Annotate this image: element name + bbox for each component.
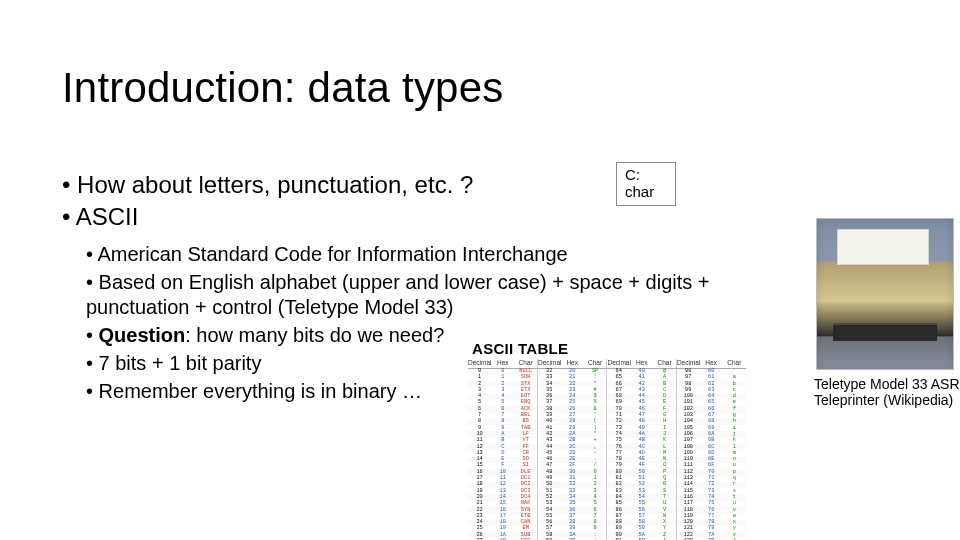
ascii-th: Char [584, 359, 607, 368]
ascii-th: Hex [561, 359, 584, 368]
ascii-table-figure: ASCII TABLE DecimalHexCharDecimalHexChar… [468, 340, 748, 540]
ascii-th: Decimal [468, 359, 491, 368]
c-box-line1: C: [625, 166, 669, 183]
emphasis: Question [99, 324, 186, 346]
ascii-th: Char [723, 359, 746, 368]
teletype-photo [816, 218, 954, 370]
bullet-l2: Based on English alphabet (upper and low… [86, 270, 802, 320]
ascii-th: Hex [700, 359, 723, 368]
bullet-l1: How about letters, punctuation, etc. ? [62, 170, 802, 200]
ascii-th: Char [653, 359, 676, 368]
ascii-table: DecimalHexCharDecimalHexCharDecimalHexCh… [468, 359, 746, 540]
caption-line: Teletype Model 33 ASR [814, 376, 960, 392]
ascii-table-title: ASCII TABLE [472, 340, 748, 357]
c-box-line2: char [625, 183, 669, 200]
slide-title: Introduction: data types [62, 64, 503, 112]
ascii-th: Hex [630, 359, 653, 368]
ascii-th: Char [514, 359, 537, 368]
bullet-l2-rest: : how many bits do we need? [185, 324, 444, 346]
slide: Introduction: data types How about lette… [0, 0, 960, 540]
teletype-figure: Teletype Model 33 ASR Teleprinter (Wikip… [810, 218, 960, 408]
caption-line: Teleprinter (Wikipedia) [814, 392, 960, 408]
ascii-row: 00NULL3220SP6440@9660` [468, 368, 746, 375]
bullet-l2: American Standard Code for Information I… [86, 242, 802, 267]
ascii-th: Hex [491, 359, 514, 368]
ascii-th: Decimal [676, 359, 699, 368]
photo-caption: Teletype Model 33 ASR Teleprinter (Wikip… [810, 376, 960, 408]
ascii-th: Decimal [607, 359, 630, 368]
c-type-callout: C: char [616, 162, 676, 206]
ascii-th: Decimal [537, 359, 560, 368]
bullet-l1: ASCII [62, 202, 802, 232]
